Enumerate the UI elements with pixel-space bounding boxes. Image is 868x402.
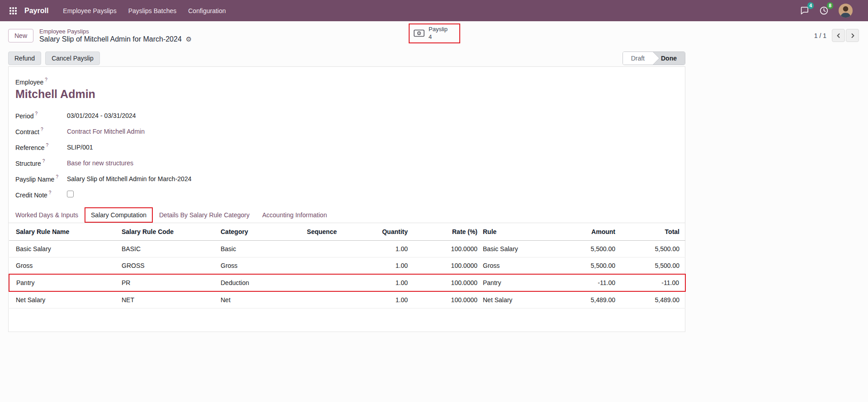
cell: 5,500.00 xyxy=(621,240,685,257)
messages-badge: 4 xyxy=(807,2,814,9)
cell: 5,489.00 xyxy=(621,291,685,309)
cell: 5,500.00 xyxy=(621,257,685,274)
cell: BASIC xyxy=(122,240,221,257)
tab-salary-computation[interactable]: Salary Computation xyxy=(85,207,153,223)
contract-link[interactable]: Contract For Mitchell Admin xyxy=(67,128,678,135)
structure-label: Structure xyxy=(15,160,41,167)
contract-label: Contract xyxy=(15,128,39,136)
status-step-draft[interactable]: Draft xyxy=(623,52,653,65)
help-marker: ? xyxy=(41,127,43,132)
column-header-sequence[interactable]: Sequence xyxy=(280,223,337,241)
reference-label: Reference xyxy=(15,144,45,151)
table-header-row: Salary Rule Name Salary Rule Code Catego… xyxy=(9,223,685,241)
cell: Gross xyxy=(477,257,578,274)
help-marker: ? xyxy=(46,143,49,148)
cell xyxy=(280,240,337,257)
cell: Basic Salary xyxy=(477,240,578,257)
pager: 1 / 1 xyxy=(814,29,859,42)
field-row-contract: Contract? Contract For Mitchell Admin xyxy=(15,124,678,140)
table-row-pantry[interactable]: Pantry PR Deduction 1.00 100.0000 Pantry… xyxy=(9,274,685,291)
user-avatar[interactable] xyxy=(839,4,853,18)
cell: Net xyxy=(221,291,280,309)
cell: GROSS xyxy=(122,257,221,274)
column-header-rule[interactable]: Rule xyxy=(477,223,578,241)
table-row-net-salary[interactable]: Net Salary NET Net 1.00 100.0000 Net Sal… xyxy=(9,291,685,309)
payslip-name-label: Payslip Name xyxy=(15,176,54,183)
app-name: Payroll xyxy=(24,7,48,15)
cell: 100.0000 xyxy=(408,274,477,291)
help-marker: ? xyxy=(45,77,47,82)
reference-value[interactable]: SLIP/001 xyxy=(67,144,678,151)
cell: 1.00 xyxy=(337,240,408,257)
pager-counter: 1 / 1 xyxy=(814,32,826,39)
cell: Net Salary xyxy=(477,291,578,309)
messages-button[interactable]: 4 xyxy=(800,6,809,15)
column-header-salary-rule-code[interactable]: Salary Rule Code xyxy=(122,223,221,241)
column-header-salary-rule-name[interactable]: Salary Rule Name xyxy=(9,223,122,241)
employee-name[interactable]: Mitchell Admin xyxy=(15,88,678,101)
salary-computation-table: Salary Rule Name Salary Rule Code Catego… xyxy=(9,223,686,309)
column-header-rate[interactable]: Rate (%) xyxy=(408,223,477,241)
credit-note-checkbox[interactable] xyxy=(67,191,74,197)
pager-previous-button[interactable] xyxy=(832,29,845,42)
tab-details-by-salary-rule-category[interactable]: Details By Salary Rule Category xyxy=(153,207,256,223)
control-panel: New Employee Payslips Salary Slip of Mit… xyxy=(0,21,868,50)
cancel-payslip-button[interactable]: Cancel Payslip xyxy=(45,51,100,65)
column-header-total[interactable]: Total xyxy=(621,223,685,241)
statusbar: Draft Done xyxy=(623,51,685,65)
apps-menu-button[interactable] xyxy=(5,3,21,19)
pager-next-button[interactable] xyxy=(846,29,859,42)
help-marker: ? xyxy=(56,174,58,179)
cell: Basic xyxy=(221,240,280,257)
breadcrumb-parent-link[interactable]: Employee Payslips xyxy=(39,28,192,35)
form-action-bar: Refund Cancel Payslip Draft Done xyxy=(8,50,685,66)
chevron-left-icon xyxy=(836,33,841,38)
apps-grid-icon xyxy=(9,7,17,14)
cell: Net Salary xyxy=(9,291,122,309)
cell: Pantry xyxy=(477,274,578,291)
cell: 100.0000 xyxy=(408,257,477,274)
refund-button[interactable]: Refund xyxy=(8,51,41,65)
payslip-name-value[interactable]: Salary Slip of Mitchell Admin for March-… xyxy=(67,175,678,182)
cell: Deduction xyxy=(221,274,280,291)
cell: Pantry xyxy=(9,274,122,291)
help-marker: ? xyxy=(42,159,45,164)
period-label: Period xyxy=(15,112,33,120)
field-row-structure: Structure? Base for new structures xyxy=(15,155,678,171)
cell xyxy=(280,257,337,274)
column-header-amount[interactable]: Amount xyxy=(578,223,621,241)
cell: 5,500.00 xyxy=(578,240,621,257)
table-row-basic-salary[interactable]: Basic Salary BASIC Basic 1.00 100.0000 B… xyxy=(9,240,685,257)
tab-accounting-information[interactable]: Accounting Information xyxy=(256,207,333,223)
cell: Gross xyxy=(9,257,122,274)
cell xyxy=(280,274,337,291)
menu-payslips-batches[interactable]: Payslips Batches xyxy=(124,5,181,17)
table-row-gross[interactable]: Gross GROSS Gross 1.00 100.0000 Gross 5,… xyxy=(9,257,685,274)
gear-icon[interactable]: ⚙ xyxy=(186,36,192,42)
cell xyxy=(280,291,337,309)
cell: Gross xyxy=(221,257,280,274)
structure-link[interactable]: Base for new structures xyxy=(67,159,678,167)
employee-label-text: Employee xyxy=(15,79,43,86)
field-row-period: Period? 03/01/2024 - 03/31/2024 xyxy=(15,108,678,124)
payslip-stat-button[interactable]: Payslip 4 xyxy=(409,23,460,43)
new-button[interactable]: New xyxy=(8,29,33,42)
column-header-category[interactable]: Category xyxy=(221,223,280,241)
column-header-quantity[interactable]: Quantity xyxy=(337,223,408,241)
cell: 1.00 xyxy=(337,291,408,309)
menu-configuration[interactable]: Configuration xyxy=(184,5,230,17)
help-marker: ? xyxy=(35,111,38,116)
cell: 5,500.00 xyxy=(578,257,621,274)
activities-button[interactable]: 8 xyxy=(819,6,829,15)
avatar-image xyxy=(839,4,853,18)
cell: PR xyxy=(122,274,221,291)
tab-worked-days-inputs[interactable]: Worked Days & Inputs xyxy=(15,207,85,223)
menu-employee-payslips[interactable]: Employee Payslips xyxy=(58,5,121,17)
cell: 1.00 xyxy=(337,257,408,274)
stat-button-value: 4 xyxy=(429,33,448,41)
activities-badge: 8 xyxy=(827,2,833,9)
cell: 100.0000 xyxy=(408,291,477,309)
period-value[interactable]: 03/01/2024 - 03/31/2024 xyxy=(67,112,678,119)
cell: -11.00 xyxy=(621,274,685,291)
form-sheet: Employee? Mitchell Admin Period? 03/01/2… xyxy=(8,66,685,332)
